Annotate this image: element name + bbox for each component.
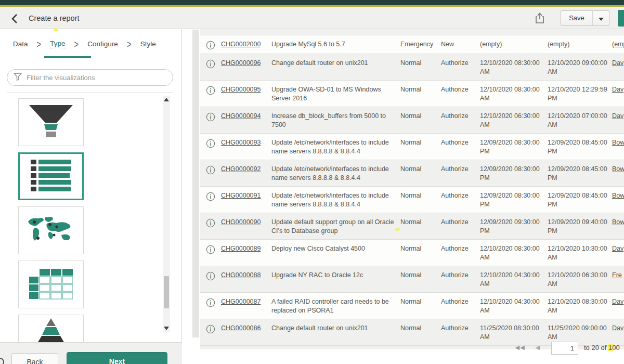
viz-option-world-map[interactable] [18,206,84,254]
state-value: Authorize [441,217,480,227]
table-row[interactable]: CHG0000096 Change default router on unix… [200,54,624,81]
state-value: Authorize [441,111,480,121]
pyramid-chart-icon [35,318,67,342]
assigned-to-link[interactable]: Bow [612,137,624,147]
short-description: Update /etc/network/interfaces to includ… [271,137,400,156]
info-icon[interactable] [200,217,221,228]
record-number-link[interactable]: CHG0000092 [221,164,271,174]
info-icon[interactable] [200,84,221,95]
next-button[interactable]: Next [67,352,167,364]
report-type-panel: Data > Type > Configure > Style Filter t… [0,29,182,364]
short-description: A failed RAID controller card needs to b… [271,296,400,315]
short-description: Update default support group on all Orac… [271,217,400,236]
planned-start-date: 12/10/2020 06:30:00 AM [480,111,548,129]
state-value: Authorize [441,296,480,306]
assigned-to-link[interactable]: Dav [612,296,624,306]
record-number-link[interactable]: CHG0000094 [221,111,271,121]
table-row[interactable]: CHG0000087 A failed RAID controller card… [200,293,624,319]
table-row[interactable]: CHG0000088 Upgrade NY RAC to Oracle 12c … [200,266,624,293]
cursor-artifact [54,28,58,31]
tab-type[interactable]: Type [50,40,65,48]
record-number-link[interactable]: CHG0000088 [221,270,271,280]
scroll-up-icon[interactable] [164,98,169,101]
info-icon[interactable] [200,296,221,307]
table-row[interactable]: CHG0000090 Update default support group … [200,213,624,240]
info-icon[interactable] [200,190,221,201]
record-number-link[interactable]: CHG0000095 [221,84,271,94]
planned-end-date: 12/10/2020 12:29:59 PM [548,84,612,103]
assigned-to-link[interactable]: Bow [612,164,624,174]
table-row[interactable]: CHG0000095 Upgrade OWA-SD-01 to MS Windo… [200,81,624,107]
back-arrow-icon[interactable] [9,13,21,24]
record-number-link[interactable]: CHG0000086 [221,323,271,333]
info-icon[interactable] [200,58,221,69]
records-table: CHG0002000 Upgrade MySql 5.6 to 5.7 Emer… [200,29,624,349]
state-value: Authorize [441,323,480,333]
short-description: Increase db_block_buffers from 5000 to 7… [271,111,400,129]
filter-placeholder: Filter the visualizations [27,74,95,82]
planned-start-date: 11/25/2020 08:30:00 AM [480,323,548,342]
planned-start-date: 12/09/2020 09:30:00 PM [480,217,548,236]
info-icon[interactable] [200,243,221,254]
filter-visualizations-input[interactable]: Filter the visualizations [7,69,173,86]
assigned-to-link[interactable]: Dav [612,84,624,94]
assigned-to-link[interactable]: Bow [612,217,624,227]
viz-option-pivot-table[interactable] [18,261,84,308]
page-title: Create a report [29,14,80,22]
table-row[interactable]: CHG0000092 Update /etc/network/interface… [200,160,624,187]
viz-option-list[interactable] [18,152,84,200]
planned-end-date: 12/09/2020 09:40:00 PM [548,217,612,236]
info-icon[interactable] [200,164,221,175]
info-icon[interactable] [200,270,221,281]
record-number-link[interactable]: CHG0002000 [221,39,271,49]
priority-value: Emergency [400,39,441,49]
record-number-link[interactable]: CHG0000091 [221,190,271,200]
report-preview-area: CHG0002000 Upgrade MySql 5.6 to 5.7 Emer… [183,29,624,364]
assigned-to-link[interactable]: Fre [612,270,624,280]
planned-end-date: 12/09/2020 08:45:00 PM [548,190,612,209]
info-icon[interactable] [200,39,221,50]
previous-page-icon[interactable]: ◄ [534,343,541,352]
back-button[interactable]: Back [11,353,58,364]
assigned-to-link[interactable]: Dav [612,323,624,333]
info-icon[interactable] [200,323,221,334]
short-description: Upgrade OWA-SD-01 to MS Windows Server 2… [271,84,400,103]
scrollbar-thumb[interactable] [164,276,169,308]
assigned-to-link[interactable]: Dav [612,58,624,68]
planned-start-date: 12/09/2020 08:30:00 PM [480,190,548,209]
tab-data[interactable]: Data [13,40,28,48]
share-icon[interactable] [534,12,545,24]
record-number-link[interactable]: CHG0000093 [221,137,271,147]
viz-option-pyramid[interactable] [18,315,84,343]
state-value: Authorize [441,137,480,147]
table-row[interactable]: CHG0000091 Update /etc/network/interface… [200,187,624,213]
viz-list-scrollbar[interactable] [163,96,170,332]
viz-option-funnel[interactable] [18,98,84,146]
planned-end-date: 12/10/2020 06:30:00 AM [548,270,612,289]
table-row[interactable]: CHG0000089 Deploy new Cisco Catalyst 450… [200,240,624,266]
table-row-partial [200,29,624,35]
first-page-icon[interactable]: ◄◄ [514,343,524,352]
record-number-link[interactable]: CHG0000090 [221,217,271,227]
chevron-right-icon: > [127,37,132,50]
table-row[interactable]: CHG0000094 Increase db_block_buffers fro… [200,107,624,134]
save-dropdown-button[interactable] [592,10,609,26]
record-number-link[interactable]: CHG0000089 [221,243,271,253]
primary-action-button-partial[interactable] [618,10,624,27]
assigned-to-link[interactable]: (emp [612,39,624,49]
table-row[interactable]: CHG0000093 Update /etc/network/interface… [200,134,624,160]
record-number-link[interactable]: CHG0000087 [221,296,271,306]
info-icon[interactable] [200,137,221,148]
table-row[interactable]: CHG0002000 Upgrade MySql 5.6 to 5.7 Emer… [200,35,624,54]
page-number-input[interactable] [551,342,578,355]
info-icon[interactable] [200,111,221,122]
scroll-down-icon[interactable] [164,327,169,330]
tab-style[interactable]: Style [140,40,156,48]
save-button[interactable]: Save [561,10,593,26]
assigned-to-link[interactable]: Dav [612,111,624,121]
tab-configure[interactable]: Configure [87,40,118,48]
assigned-to-link[interactable]: Dav [612,243,624,253]
table-scrollbar-track[interactable] [192,30,199,337]
assigned-to-link[interactable]: Bow [612,190,624,200]
record-number-link[interactable]: CHG0000096 [221,58,271,68]
